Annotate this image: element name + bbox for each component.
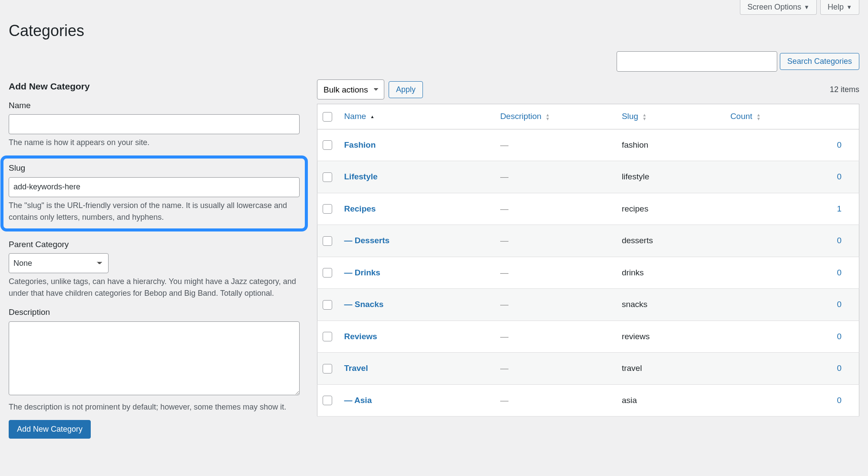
category-count-link[interactable]: 0: [837, 396, 842, 405]
column-header-description-label: Description: [500, 112, 541, 121]
column-header-count[interactable]: Count ▲▼: [725, 104, 859, 129]
category-slug: asia: [617, 384, 725, 416]
column-header-description[interactable]: Description ▲▼: [495, 104, 617, 129]
row-checkbox[interactable]: [323, 396, 332, 405]
sort-icon: ▲▼: [642, 113, 647, 121]
column-header-slug[interactable]: Slug ▲▼: [617, 104, 725, 129]
add-category-heading: Add New Category: [9, 79, 300, 93]
name-help: The name is how it appears on your site.: [9, 137, 300, 149]
slug-input[interactable]: [9, 177, 300, 197]
category-slug: reviews: [617, 321, 725, 353]
parent-category-select[interactable]: None: [9, 253, 109, 273]
row-checkbox[interactable]: [323, 236, 332, 246]
category-name-link[interactable]: — Asia: [344, 396, 372, 405]
category-description: —: [495, 225, 617, 257]
name-label: Name: [9, 99, 300, 112]
category-count-link[interactable]: 0: [837, 236, 842, 245]
category-count-link[interactable]: 0: [837, 268, 842, 277]
category-slug: drinks: [617, 257, 725, 289]
row-checkbox[interactable]: [323, 364, 332, 374]
category-name-link[interactable]: Recipes: [344, 204, 376, 213]
category-count-link[interactable]: 1: [837, 204, 842, 213]
description-textarea[interactable]: [9, 321, 300, 395]
chevron-down-icon: ▼: [804, 4, 809, 10]
category-count-link[interactable]: 0: [837, 172, 842, 181]
select-all-checkbox[interactable]: [323, 112, 332, 122]
category-description: —: [495, 129, 617, 161]
add-new-category-button[interactable]: Add New Category: [9, 420, 91, 439]
category-count-link[interactable]: 0: [837, 140, 842, 149]
category-description: —: [495, 161, 617, 193]
table-row: — Drinks—drinks0: [317, 257, 859, 289]
table-row: Lifestyle—lifestyle0: [317, 161, 859, 193]
description-label: Description: [9, 306, 300, 319]
slug-help: The "slug" is the URL-friendly version o…: [9, 200, 300, 223]
search-categories-button[interactable]: Search Categories: [780, 53, 859, 70]
category-name-link[interactable]: — Desserts: [344, 236, 390, 245]
row-checkbox[interactable]: [323, 172, 332, 182]
description-help: The description is not prominent by defa…: [9, 401, 300, 413]
table-row: Travel—travel0: [317, 353, 859, 385]
row-checkbox[interactable]: [323, 332, 332, 341]
category-description: —: [495, 193, 617, 225]
column-header-name-label: Name: [344, 112, 366, 121]
table-row: — Snacks—snacks0: [317, 289, 859, 321]
table-row: Recipes—recipes1: [317, 193, 859, 225]
category-slug: desserts: [617, 225, 725, 257]
category-name-link[interactable]: Travel: [344, 364, 368, 373]
chevron-down-icon: ▼: [846, 4, 852, 10]
apply-button[interactable]: Apply: [389, 81, 423, 98]
name-input[interactable]: [9, 114, 300, 134]
slug-highlight-box: Slug The "slug" is the URL-friendly vers…: [0, 155, 308, 231]
category-slug: lifestyle: [617, 161, 725, 193]
slug-label: Slug: [9, 162, 300, 175]
parent-category-label: Parent Category: [9, 238, 300, 251]
category-slug: fashion: [617, 129, 725, 161]
row-checkbox[interactable]: [323, 140, 332, 150]
column-header-count-label: Count: [730, 112, 752, 121]
category-name-link[interactable]: Lifestyle: [344, 172, 378, 181]
table-row: Fashion—fashion0: [317, 129, 859, 161]
table-row: — Asia—asia0: [317, 384, 859, 416]
category-description: —: [495, 384, 617, 416]
sort-icon: ▲▼: [756, 113, 761, 121]
category-name-link[interactable]: — Drinks: [344, 268, 380, 277]
row-checkbox[interactable]: [323, 268, 332, 278]
category-slug: travel: [617, 353, 725, 385]
table-row: — Desserts—desserts0: [317, 225, 859, 257]
category-description: —: [495, 289, 617, 321]
category-count-link[interactable]: 0: [837, 364, 842, 373]
category-description: —: [495, 321, 617, 353]
help-label: Help: [828, 3, 844, 12]
row-checkbox[interactable]: [323, 300, 332, 310]
column-header-slug-label: Slug: [622, 112, 638, 121]
parent-category-help: Categories, unlike tags, can have a hier…: [9, 276, 300, 299]
page-title: Categories: [9, 19, 859, 43]
sort-icon: ▲: [370, 115, 374, 119]
categories-table: Name ▲ Description ▲▼ Slug ▲▼ Count: [317, 104, 859, 416]
category-name-link[interactable]: — Snacks: [344, 300, 384, 309]
screen-options-button[interactable]: Screen Options ▼: [740, 0, 817, 15]
category-name-link[interactable]: Fashion: [344, 140, 376, 149]
sort-icon: ▲▼: [545, 113, 550, 121]
category-slug: recipes: [617, 193, 725, 225]
category-count-link[interactable]: 0: [837, 300, 842, 309]
bulk-actions-select[interactable]: Bulk actions: [317, 79, 384, 99]
row-checkbox[interactable]: [323, 204, 332, 214]
help-button[interactable]: Help ▼: [820, 0, 859, 15]
category-description: —: [495, 353, 617, 385]
screen-options-label: Screen Options: [747, 3, 801, 12]
category-description: —: [495, 257, 617, 289]
items-count: 12 items: [830, 84, 859, 96]
category-slug: snacks: [617, 289, 725, 321]
table-row: Reviews—reviews0: [317, 321, 859, 353]
search-input[interactable]: [617, 51, 777, 72]
category-count-link[interactable]: 0: [837, 332, 842, 341]
category-name-link[interactable]: Reviews: [344, 332, 377, 341]
column-header-name[interactable]: Name ▲: [339, 104, 495, 129]
